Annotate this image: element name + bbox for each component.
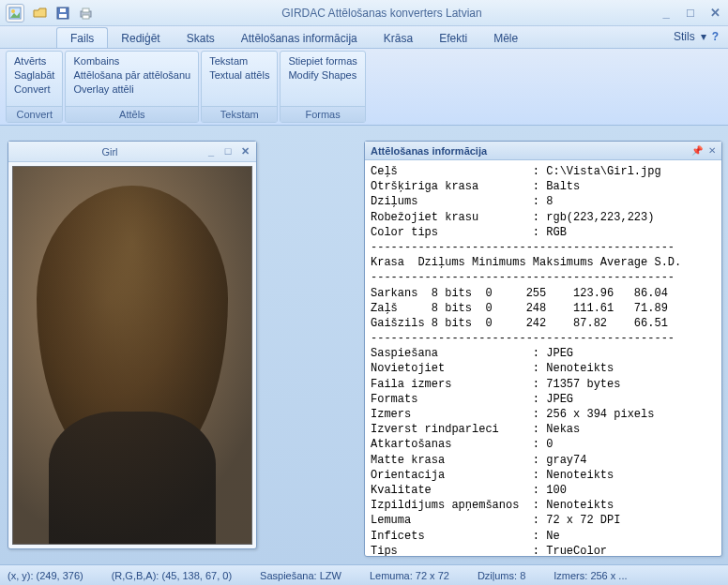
ribbon-group-attels: Kombains Attēlošana pār attēlošanu Overl… [65,51,199,123]
status-compression: Saspiešana: LZW [260,570,341,581]
info-panel-body[interactable]: Ceļš : C:\Vista\Girl.jpg Otršķiriga kras… [365,160,721,556]
close-button[interactable]: ✕ [707,6,722,20]
child-close-button[interactable]: ✕ [239,145,250,158]
status-xy: (x, y): (249, 376) [8,570,83,581]
svg-rect-4 [60,8,66,12]
info-panel: Attēlošanas informācija 📌 ✕ Ceļš : C:\Vi… [364,141,722,557]
tab-rediget[interactable]: Rediģēt [108,28,173,48]
svg-rect-3 [59,14,67,18]
svg-rect-7 [83,15,89,19]
child-minimize-button[interactable]: _ [205,145,217,158]
ribbon-group-label: Convert [7,106,62,122]
svg-rect-6 [83,8,89,12]
info-panel-titlebar[interactable]: Attēlošanas informācija 📌 ✕ [365,142,721,160]
status-size: Izmers: 256 x ... [554,570,627,581]
ribbon-item-tekstam[interactable]: Tekstam [207,54,271,68]
ribbon-item-atverts[interactable]: Atvērts [12,54,56,68]
image-window-body [8,162,256,548]
image-window-titlebar[interactable]: Girl _ □ ✕ [8,142,256,162]
ribbon-group-convert: Atvērts Saglabāt Convert Convert [6,51,63,123]
workspace: Girl _ □ ✕ Attēlošanas informācija 📌 ✕ C… [0,126,728,564]
tab-efekti[interactable]: Efekti [426,28,480,48]
print-icon[interactable] [77,5,94,22]
child-maximize-button[interactable]: □ [222,145,234,158]
ribbon-item-convert[interactable]: Convert [12,82,56,96]
panel-close-button[interactable]: ✕ [708,145,716,156]
app-icon [6,4,24,22]
help-icon[interactable]: ? [712,30,719,43]
save-icon[interactable] [54,5,71,22]
open-icon[interactable] [32,5,49,22]
maximize-button[interactable]: □ [683,6,698,20]
quick-access-toolbar [32,5,94,22]
stils-dropdown[interactable]: Stils ▾ ? [674,30,719,43]
image-placeholder[interactable] [12,166,252,545]
tab-fails[interactable]: Fails [56,27,108,48]
status-depth: Dziļums: 8 [478,570,525,581]
ribbon-item-saglabat[interactable]: Saglabāt [12,68,56,82]
window-controls: _ □ ✕ [659,6,722,20]
ribbon-group-label: Tekstam [202,106,277,122]
image-window[interactable]: Girl _ □ ✕ [8,141,257,549]
minimize-button[interactable]: _ [659,6,674,20]
tab-attelosanas-info[interactable]: Attēlošanas informācija [228,28,371,48]
ribbon-item-overlay[interactable]: Overlay attēli [71,82,192,96]
stils-label: Stils [674,30,695,43]
tab-skats[interactable]: Skats [174,28,228,48]
ribbon-tabs: Fails Rediģēt Skats Attēlošanas informāc… [0,26,728,49]
ribbon-item-kombains[interactable]: Kombains [71,54,192,68]
tab-mele[interactable]: Mēle [480,28,531,48]
statusbar: (x, y): (249, 376) (R,G,B,A): (45, 138, … [0,564,728,585]
ribbon-item-stiepiet-formas[interactable]: Stiepiet formas [286,54,358,68]
status-resolution: Lemuma: 72 x 72 [370,570,449,581]
status-rgba: (R,G,B,A): (45, 138, 67, 0) [112,570,232,581]
ribbon: Atvērts Saglabāt Convert Convert Kombain… [0,49,728,126]
titlebar: GIRDAC Attēlošanas konverters Latvian _ … [0,0,728,26]
svg-point-1 [11,9,15,13]
ribbon-item-textual-attels[interactable]: Textual attēls [207,68,271,82]
ribbon-group-label: Formas [281,106,364,122]
app-title: GIRDAC Attēlošanas konverters Latvian [105,7,659,20]
ribbon-item-modify-shapes[interactable]: Modify Shapes [286,68,358,82]
chevron-down-icon: ▾ [701,30,706,43]
ribbon-item-att-par-att[interactable]: Attēlošana pār attēlošanu [71,68,192,82]
tab-krasa[interactable]: Krāsa [371,28,426,48]
info-panel-title: Attēlošanas informācija [371,145,691,157]
ribbon-group-label: Attēls [66,106,198,122]
image-window-title: Girl [14,146,205,158]
ribbon-group-formas: Stiepiet formas Modify Shapes Formas [280,51,365,123]
pin-icon[interactable]: 📌 [691,145,703,156]
ribbon-group-tekstam: Tekstam Textual attēls Tekstam [201,51,278,123]
